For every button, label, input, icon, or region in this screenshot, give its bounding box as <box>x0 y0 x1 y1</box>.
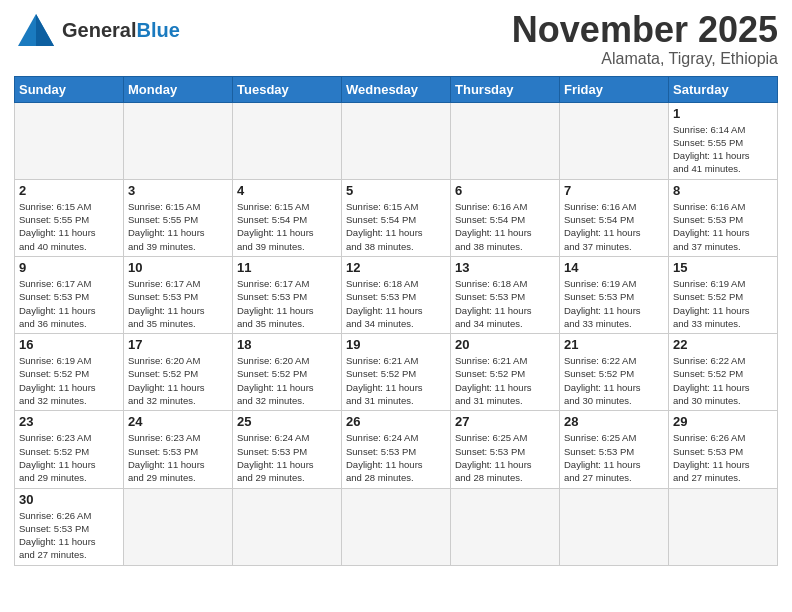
day-info: Sunrise: 6:17 AM Sunset: 5:53 PM Dayligh… <box>237 277 337 330</box>
day-info: Sunrise: 6:15 AM Sunset: 5:55 PM Dayligh… <box>128 200 228 253</box>
day-info: Sunrise: 6:19 AM Sunset: 5:53 PM Dayligh… <box>564 277 664 330</box>
day-info: Sunrise: 6:22 AM Sunset: 5:52 PM Dayligh… <box>564 354 664 407</box>
calendar-cell: 19Sunrise: 6:21 AM Sunset: 5:52 PM Dayli… <box>342 334 451 411</box>
day-info: Sunrise: 6:19 AM Sunset: 5:52 PM Dayligh… <box>19 354 119 407</box>
day-number: 7 <box>564 183 664 198</box>
day-number: 13 <box>455 260 555 275</box>
logo-blue: Blue <box>136 19 179 41</box>
day-info: Sunrise: 6:20 AM Sunset: 5:52 PM Dayligh… <box>237 354 337 407</box>
day-info: Sunrise: 6:21 AM Sunset: 5:52 PM Dayligh… <box>346 354 446 407</box>
calendar-cell: 13Sunrise: 6:18 AM Sunset: 5:53 PM Dayli… <box>451 256 560 333</box>
calendar-cell: 1Sunrise: 6:14 AM Sunset: 5:55 PM Daylig… <box>669 102 778 179</box>
day-number: 25 <box>237 414 337 429</box>
calendar-cell: 21Sunrise: 6:22 AM Sunset: 5:52 PM Dayli… <box>560 334 669 411</box>
day-info: Sunrise: 6:17 AM Sunset: 5:53 PM Dayligh… <box>128 277 228 330</box>
calendar-cell: 23Sunrise: 6:23 AM Sunset: 5:52 PM Dayli… <box>15 411 124 488</box>
day-number: 21 <box>564 337 664 352</box>
calendar-cell <box>560 102 669 179</box>
day-number: 11 <box>237 260 337 275</box>
day-number: 12 <box>346 260 446 275</box>
calendar-week-row: 23Sunrise: 6:23 AM Sunset: 5:52 PM Dayli… <box>15 411 778 488</box>
calendar-cell: 15Sunrise: 6:19 AM Sunset: 5:52 PM Dayli… <box>669 256 778 333</box>
calendar-cell: 5Sunrise: 6:15 AM Sunset: 5:54 PM Daylig… <box>342 179 451 256</box>
calendar-week-row: 16Sunrise: 6:19 AM Sunset: 5:52 PM Dayli… <box>15 334 778 411</box>
calendar-cell <box>451 102 560 179</box>
weekday-header-tuesday: Tuesday <box>233 76 342 102</box>
calendar-cell <box>342 488 451 565</box>
calendar-cell: 12Sunrise: 6:18 AM Sunset: 5:53 PM Dayli… <box>342 256 451 333</box>
calendar-header-row: SundayMondayTuesdayWednesdayThursdayFrid… <box>15 76 778 102</box>
day-number: 26 <box>346 414 446 429</box>
calendar-cell: 6Sunrise: 6:16 AM Sunset: 5:54 PM Daylig… <box>451 179 560 256</box>
day-number: 1 <box>673 106 773 121</box>
weekday-header-wednesday: Wednesday <box>342 76 451 102</box>
day-info: Sunrise: 6:16 AM Sunset: 5:54 PM Dayligh… <box>455 200 555 253</box>
calendar-week-row: 9Sunrise: 6:17 AM Sunset: 5:53 PM Daylig… <box>15 256 778 333</box>
month-title: November 2025 <box>512 10 778 50</box>
weekday-header-sunday: Sunday <box>15 76 124 102</box>
day-number: 8 <box>673 183 773 198</box>
day-number: 18 <box>237 337 337 352</box>
day-number: 23 <box>19 414 119 429</box>
calendar-cell: 20Sunrise: 6:21 AM Sunset: 5:52 PM Dayli… <box>451 334 560 411</box>
day-info: Sunrise: 6:25 AM Sunset: 5:53 PM Dayligh… <box>564 431 664 484</box>
svg-marker-1 <box>36 14 54 46</box>
calendar-cell: 29Sunrise: 6:26 AM Sunset: 5:53 PM Dayli… <box>669 411 778 488</box>
day-number: 5 <box>346 183 446 198</box>
day-number: 30 <box>19 492 119 507</box>
calendar-cell: 30Sunrise: 6:26 AM Sunset: 5:53 PM Dayli… <box>15 488 124 565</box>
calendar-cell: 27Sunrise: 6:25 AM Sunset: 5:53 PM Dayli… <box>451 411 560 488</box>
day-number: 14 <box>564 260 664 275</box>
logo: GeneralBlue <box>14 10 180 50</box>
day-info: Sunrise: 6:18 AM Sunset: 5:53 PM Dayligh… <box>455 277 555 330</box>
calendar-cell: 8Sunrise: 6:16 AM Sunset: 5:53 PM Daylig… <box>669 179 778 256</box>
calendar-cell: 26Sunrise: 6:24 AM Sunset: 5:53 PM Dayli… <box>342 411 451 488</box>
calendar-cell: 17Sunrise: 6:20 AM Sunset: 5:52 PM Dayli… <box>124 334 233 411</box>
day-number: 20 <box>455 337 555 352</box>
day-number: 27 <box>455 414 555 429</box>
weekday-header-saturday: Saturday <box>669 76 778 102</box>
calendar-cell <box>560 488 669 565</box>
day-info: Sunrise: 6:14 AM Sunset: 5:55 PM Dayligh… <box>673 123 773 176</box>
calendar: SundayMondayTuesdayWednesdayThursdayFrid… <box>14 76 778 566</box>
calendar-cell: 11Sunrise: 6:17 AM Sunset: 5:53 PM Dayli… <box>233 256 342 333</box>
calendar-cell <box>669 488 778 565</box>
calendar-cell: 14Sunrise: 6:19 AM Sunset: 5:53 PM Dayli… <box>560 256 669 333</box>
calendar-cell: 16Sunrise: 6:19 AM Sunset: 5:52 PM Dayli… <box>15 334 124 411</box>
calendar-cell <box>124 488 233 565</box>
day-number: 29 <box>673 414 773 429</box>
day-info: Sunrise: 6:25 AM Sunset: 5:53 PM Dayligh… <box>455 431 555 484</box>
calendar-cell <box>15 102 124 179</box>
calendar-cell: 10Sunrise: 6:17 AM Sunset: 5:53 PM Dayli… <box>124 256 233 333</box>
day-number: 2 <box>19 183 119 198</box>
logo-icon <box>14 10 58 50</box>
weekday-header-thursday: Thursday <box>451 76 560 102</box>
calendar-cell <box>451 488 560 565</box>
day-number: 10 <box>128 260 228 275</box>
page: GeneralBlue November 2025 Alamata, Tigra… <box>0 0 792 580</box>
calendar-cell: 2Sunrise: 6:15 AM Sunset: 5:55 PM Daylig… <box>15 179 124 256</box>
calendar-cell: 18Sunrise: 6:20 AM Sunset: 5:52 PM Dayli… <box>233 334 342 411</box>
weekday-header-monday: Monday <box>124 76 233 102</box>
calendar-week-row: 1Sunrise: 6:14 AM Sunset: 5:55 PM Daylig… <box>15 102 778 179</box>
header: GeneralBlue November 2025 Alamata, Tigra… <box>14 10 778 68</box>
day-info: Sunrise: 6:22 AM Sunset: 5:52 PM Dayligh… <box>673 354 773 407</box>
day-info: Sunrise: 6:16 AM Sunset: 5:54 PM Dayligh… <box>564 200 664 253</box>
calendar-cell: 28Sunrise: 6:25 AM Sunset: 5:53 PM Dayli… <box>560 411 669 488</box>
day-number: 28 <box>564 414 664 429</box>
day-number: 16 <box>19 337 119 352</box>
day-number: 19 <box>346 337 446 352</box>
day-info: Sunrise: 6:26 AM Sunset: 5:53 PM Dayligh… <box>19 509 119 562</box>
day-info: Sunrise: 6:20 AM Sunset: 5:52 PM Dayligh… <box>128 354 228 407</box>
day-number: 4 <box>237 183 337 198</box>
weekday-header-friday: Friday <box>560 76 669 102</box>
day-info: Sunrise: 6:18 AM Sunset: 5:53 PM Dayligh… <box>346 277 446 330</box>
calendar-cell: 24Sunrise: 6:23 AM Sunset: 5:53 PM Dayli… <box>124 411 233 488</box>
logo-general: General <box>62 19 136 41</box>
day-number: 24 <box>128 414 228 429</box>
day-info: Sunrise: 6:15 AM Sunset: 5:55 PM Dayligh… <box>19 200 119 253</box>
day-info: Sunrise: 6:21 AM Sunset: 5:52 PM Dayligh… <box>455 354 555 407</box>
day-info: Sunrise: 6:17 AM Sunset: 5:53 PM Dayligh… <box>19 277 119 330</box>
calendar-cell: 22Sunrise: 6:22 AM Sunset: 5:52 PM Dayli… <box>669 334 778 411</box>
day-info: Sunrise: 6:15 AM Sunset: 5:54 PM Dayligh… <box>346 200 446 253</box>
